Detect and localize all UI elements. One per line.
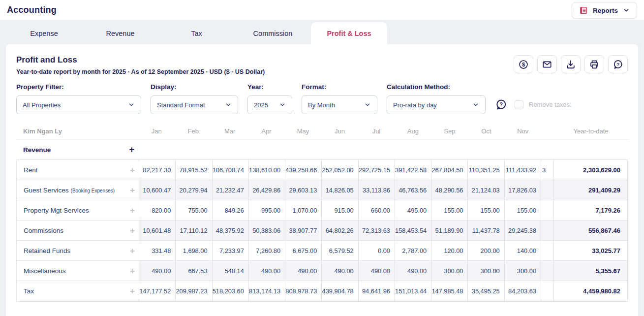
month-value-cell: 106,708.74 <box>212 160 248 180</box>
reports-icon <box>579 6 588 15</box>
owner-name: Kim Ngan Ly <box>16 127 138 135</box>
month-value-cell: 82,217.30 <box>139 160 175 180</box>
month-value-cell: 17,826.03 <box>504 180 541 200</box>
ytd-value-cell: 4,459,980.82 <box>553 281 627 301</box>
row-label: Commissions+ <box>17 221 139 240</box>
table-row-guest-services: Guest Services(Booking Expenses)+10,600.… <box>17 180 627 200</box>
month-value-cell: 391,422.58 <box>395 160 431 180</box>
month-value-cell: 6,579.52 <box>321 241 358 260</box>
svg-text:?: ? <box>499 101 503 107</box>
month-value-cell: 94,641.96 <box>358 281 395 301</box>
month-value-cell: 155.00 <box>504 200 541 220</box>
month-value-cell: 29,603.13 <box>285 180 321 200</box>
month-value-cell: 72,313.63 <box>358 221 395 240</box>
month-value-cell: 21,124.03 <box>467 180 504 200</box>
reports-button[interactable]: Reports <box>572 2 637 19</box>
expand-row-icon[interactable]: + <box>130 247 135 255</box>
column-header-jan: Jan <box>138 127 175 135</box>
month-value-cell: 29,245.38 <box>504 221 541 240</box>
remove-taxes-checkbox[interactable] <box>515 100 523 109</box>
expand-row-icon[interactable]: + <box>130 186 135 194</box>
format-filter-label: Format: <box>302 83 377 91</box>
tab-commission[interactable]: Commission <box>235 22 311 44</box>
month-value-cell: 48,375.92 <box>212 221 248 240</box>
ytd-value-cell: 33,025.77 <box>553 241 627 260</box>
table-row-rent: Rent+82,217.3078,915.52106,708.74138,610… <box>17 160 627 180</box>
expand-section-icon[interactable]: + <box>129 145 134 154</box>
month-value-cell: 490.00 <box>358 261 395 281</box>
tab-revenue[interactable]: Revenue <box>82 22 158 44</box>
month-value-cell: 10,600.47 <box>139 180 175 200</box>
calc-method-select[interactable]: Pro-rata by day <box>387 95 486 114</box>
month-value-cell: 300.00 <box>504 261 541 281</box>
format-select[interactable]: By Month <box>302 95 377 114</box>
ytd-value-cell: 5,355.67 <box>553 261 627 281</box>
month-value-cell: 6,675.00 <box>285 241 321 260</box>
month-value-cell: 155.00 <box>431 200 467 220</box>
dec-partial-cell <box>541 281 553 301</box>
table-header-row: Kim Ngan Ly JanFebMarAprMayJunJulAugSepO… <box>16 123 628 140</box>
month-value-cell: 495.00 <box>395 200 431 220</box>
property-filter-select[interactable]: All Properties <box>16 95 141 114</box>
table-row-commissions: Commissions+10,601.4817,110.1248,375.925… <box>17 221 627 241</box>
table-rows: Rent+82,217.3078,915.52106,708.74138,610… <box>16 159 628 302</box>
row-label: Guest Services(Booking Expenses)+ <box>17 180 139 200</box>
month-value-cell: 820.00 <box>139 200 175 220</box>
year-value: 2025 <box>254 101 268 109</box>
month-value-cell: 849.26 <box>212 200 248 220</box>
month-value-cell: 439,904.78 <box>321 281 358 301</box>
month-value-cell: 7,233.97 <box>212 241 248 260</box>
month-value-cell: 915.00 <box>321 200 358 220</box>
month-value-cell: 147,177.52 <box>139 281 175 301</box>
column-header-may: May <box>285 127 321 135</box>
year-filter-label: Year: <box>247 83 292 91</box>
expand-row-icon[interactable]: + <box>130 287 135 295</box>
expand-row-icon[interactable]: + <box>130 267 135 275</box>
page-title: Accounting <box>7 5 57 15</box>
column-header-feb: Feb <box>175 127 211 135</box>
help-icon[interactable]: ? <box>495 98 507 111</box>
display-select[interactable]: Standard Format <box>151 95 238 114</box>
month-value-cell: 155.00 <box>467 200 504 220</box>
month-value-cell: 158,453.54 <box>395 221 431 240</box>
month-value-cell: 111,433.92 <box>504 160 541 180</box>
month-value-cell: 2,787.00 <box>395 241 431 260</box>
dec-partial-cell <box>541 221 553 240</box>
print-button[interactable] <box>584 55 604 73</box>
ytd-value-cell: 556,867.46 <box>553 221 627 240</box>
dec-partial-cell <box>541 180 553 200</box>
month-value-cell: 17,110.12 <box>175 221 212 240</box>
help-icon: ? <box>613 59 623 70</box>
year-select[interactable]: 2025 <box>247 95 292 114</box>
faq-button[interactable]: ? <box>608 55 628 73</box>
month-value-cell: 151,013.44 <box>395 281 431 301</box>
download-button[interactable] <box>561 55 581 73</box>
tab-profit-loss[interactable]: Profit & Loss <box>311 22 387 44</box>
month-value-cell: 10,601.48 <box>139 221 175 240</box>
dec-partial-cell: 3 <box>541 160 553 180</box>
email-button[interactable] <box>537 55 557 73</box>
dec-partial-cell <box>541 241 553 260</box>
currency-button[interactable]: $ <box>514 55 533 73</box>
column-header-mar: Mar <box>212 127 248 135</box>
expand-row-icon[interactable]: + <box>130 206 135 215</box>
month-value-cell: 755.00 <box>175 200 212 220</box>
column-header-oct: Oct <box>468 127 504 135</box>
month-value-cell: 1,698.00 <box>175 241 212 260</box>
calc-method-value: Pro-rata by day <box>393 101 437 109</box>
display-filter-label: Display: <box>151 83 238 91</box>
mail-icon <box>542 59 552 70</box>
table-row-tax: Tax+147,177.52209,987.23518,203.601,813,… <box>17 281 627 301</box>
chevron-down-icon <box>225 101 232 108</box>
tab-tax[interactable]: Tax <box>158 22 235 44</box>
column-header-jul: Jul <box>358 127 395 135</box>
report-title: Profit and Loss <box>16 55 265 65</box>
remove-taxes-label: Remove taxes. <box>529 101 572 108</box>
expand-row-icon[interactable]: + <box>130 166 135 174</box>
row-label: Rent+ <box>17 160 139 180</box>
month-value-cell: 38,907.77 <box>285 221 321 240</box>
tab-expense[interactable]: Expense <box>6 22 82 44</box>
month-value-cell: 78,915.52 <box>175 160 212 180</box>
ytd-value-cell: 291,409.29 <box>553 180 627 200</box>
expand-row-icon[interactable]: + <box>130 226 135 235</box>
